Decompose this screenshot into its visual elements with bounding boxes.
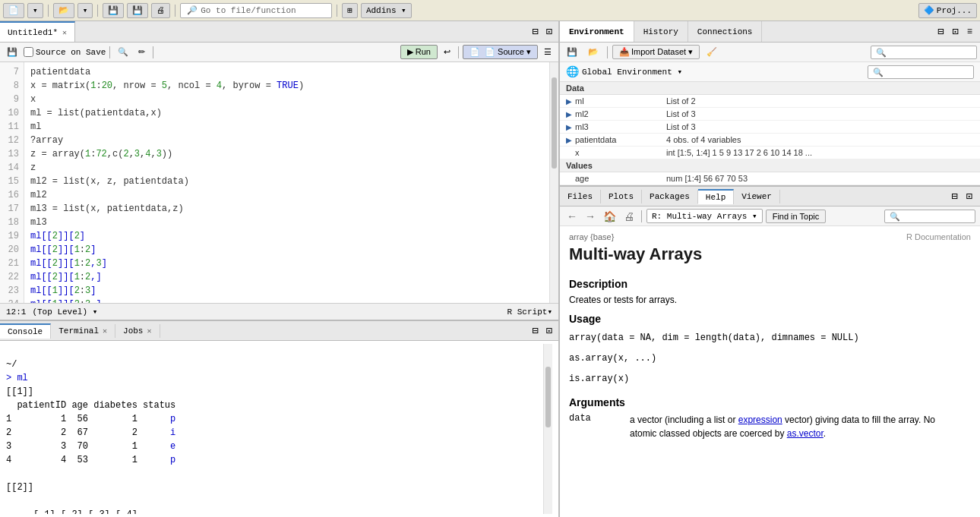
sep-5 [109,46,110,58]
env-options-icon[interactable]: ≡ [964,27,975,37]
editor-tab-untitled1[interactable]: Untitled1* ✕ [0,21,75,42]
save-btn[interactable]: 💾 [103,3,124,18]
global-env-select[interactable]: Global Environment ▾ [579,67,682,77]
source-on-save-checkbox[interactable] [24,47,33,57]
help-back-btn[interactable]: ← [564,210,580,222]
maximize-env-btn[interactable]: ⊡ [949,25,961,38]
minimize-env-btn[interactable]: ⊟ [934,25,947,38]
jobs-tab[interactable]: Jobs ✕ [115,324,160,338]
import-dataset-btn[interactable]: 📥 Import Dataset ▾ [612,45,700,59]
source-on-save-label[interactable]: Source on Save [24,47,106,57]
console-scrollbar[interactable] [543,344,552,514]
print-btn[interactable]: 🖨 [151,3,170,18]
grid-view-btn[interactable]: ⊞ [342,3,358,18]
expression-link[interactable]: expression [738,415,782,425]
sep-4 [337,5,337,17]
as-vector-link[interactable]: as.vector [787,428,824,439]
level-dropdown[interactable]: ▾ [93,307,98,317]
sep-7 [458,46,459,58]
main-layout: Untitled1* ✕ ⊟ ⊡ 💾 Source on Save 🔍 ✏ [0,21,980,517]
plots-tab[interactable]: Plots [601,190,642,203]
project-icon: 🔷 [924,5,934,15]
top-toolbar: 📄 ▾ 📂 ▾ 💾 💾 🖨 🔎 Go to file/function ⊞ Ad… [0,0,980,21]
minimize-help-btn[interactable]: ⊟ [948,190,960,203]
ml2-arrow: ▶ [566,110,572,118]
ml-value: List of 2 [666,96,696,106]
run-btn[interactable]: ▶ Run [400,45,438,59]
help-tab[interactable]: Help [698,189,734,204]
packages-tab-label: Packages [650,192,690,201]
help-title: Multi-way Arrays [569,244,971,264]
clear-env-btn[interactable]: 🧹 [703,46,721,58]
find-in-topic-btn[interactable]: Find in Topic [766,210,827,223]
editor-options-btn[interactable]: ☰ [540,46,555,58]
minimize-console-btn[interactable]: ⊟ [529,324,541,337]
ml3-arrow: ▶ [566,123,572,131]
env-load-btn[interactable]: 📂 [584,46,602,58]
r-multiway-dropdown[interactable]: R: Multi-way Arrays ▾ [646,209,763,223]
project-btn[interactable]: 🔷 Proj... [918,3,977,18]
source-icon: 📄 [469,47,480,56]
code-content[interactable]: patientdata x = matrix(1:20, nrow = 5, n… [24,62,549,303]
env-row-ml[interactable]: ▶ ml List of 2 [560,95,980,108]
find-btn[interactable]: 🔍 [114,46,132,58]
help-forward-btn[interactable]: → [583,210,598,222]
rerun-btn[interactable]: ↩ [440,46,454,58]
new-file-btn[interactable]: 📄 [3,3,24,18]
env-search-input[interactable] [871,46,977,59]
go-to-file-input[interactable]: 🔎 Go to file/function [180,3,332,18]
help-print-btn[interactable]: 🖨 [621,210,637,222]
history-tab[interactable]: History [634,21,688,42]
env-row-x[interactable]: ▶ x int [1:5, 1:4] 1 5 9 13 17 2 6 10 14… [560,147,980,159]
env-row-patientdata[interactable]: ▶ patientdata 4 obs. of 4 variables [560,134,980,147]
editor-scrollbar[interactable] [549,62,558,303]
save-all-btn[interactable]: 💾 [127,3,148,18]
files-tab[interactable]: Files [560,190,601,203]
env-row-age[interactable]: ▶ age num [1:4] 56 67 70 53 [560,172,980,185]
description-text: Creates or tests for arrays. [569,293,971,307]
console-tab[interactable]: Console [0,323,51,339]
open-file-btn[interactable]: 📂 [53,3,74,18]
viewer-tab[interactable]: Viewer [734,190,780,203]
packages-tab[interactable]: Packages [642,190,698,203]
arguments-data-row: data a vector (including a list or expre… [569,411,971,442]
maximize-editor-btn[interactable]: ⊡ [543,25,555,38]
age-name: age [575,174,666,183]
env-row-ml3[interactable]: ▶ ml3 List of 3 [560,121,980,134]
terminal-tab-close[interactable]: ✕ [103,326,107,336]
description-heading: Description [569,278,971,290]
terminal-tab[interactable]: Terminal ✕ [51,324,115,338]
addins-btn[interactable]: Addins ▾ [361,3,412,18]
env-row-ml2[interactable]: ▶ ml2 List of 3 [560,108,980,121]
source-btn[interactable]: 📄 📄 Source ▾ [463,45,538,59]
arguments-heading: Arguments [569,396,971,408]
minimize-editor-btn[interactable]: ⊟ [529,25,541,38]
editor-save-btn[interactable]: 💾 [3,46,21,58]
help-search-input[interactable] [884,210,975,223]
maximize-console-btn[interactable]: ⊡ [543,324,555,337]
right-panel: Environment History Connections ⊟ ⊡ ≡ 💾 … [558,21,980,517]
age-arrow: ▶ [566,175,572,183]
console-tab-controls: ⊟ ⊡ [529,324,558,337]
connections-tab[interactable]: Connections [688,21,763,42]
env-save-btn[interactable]: 💾 [563,46,581,58]
env-filter-input[interactable] [868,65,974,79]
editor-tab-close[interactable]: ✕ [62,28,67,37]
script-type-dropdown[interactable]: ▾ [547,307,552,317]
patientdata-value: 4 obs. of 4 variables [666,135,741,144]
data-arg-text2: atomic classed objects are coerced by [630,428,787,439]
maximize-help-btn[interactable]: ⊡ [963,190,975,203]
sep-2 [97,5,98,17]
open-file-dropdown-btn[interactable]: ▾ [77,3,93,18]
jobs-tab-close[interactable]: ✕ [147,326,151,336]
help-home-btn[interactable]: 🏠 [601,210,618,222]
usage-code3: is.array(x) [569,372,971,386]
go-to-file-icon: 🔎 [187,5,198,15]
new-file-dropdown-btn[interactable]: ▾ [27,3,43,18]
bottom-right-tabs: Files Plots Packages Help Viewer ⊟ ⊡ [560,187,980,206]
data-arg-name: data [569,413,630,440]
console-tab-label: Console [8,327,43,336]
code-tools-btn[interactable]: ✏ [134,46,149,58]
environment-tab[interactable]: Environment [560,21,634,42]
console-text[interactable]: ~/ > ml [[1]] patientID age diabetes sta… [6,344,543,514]
